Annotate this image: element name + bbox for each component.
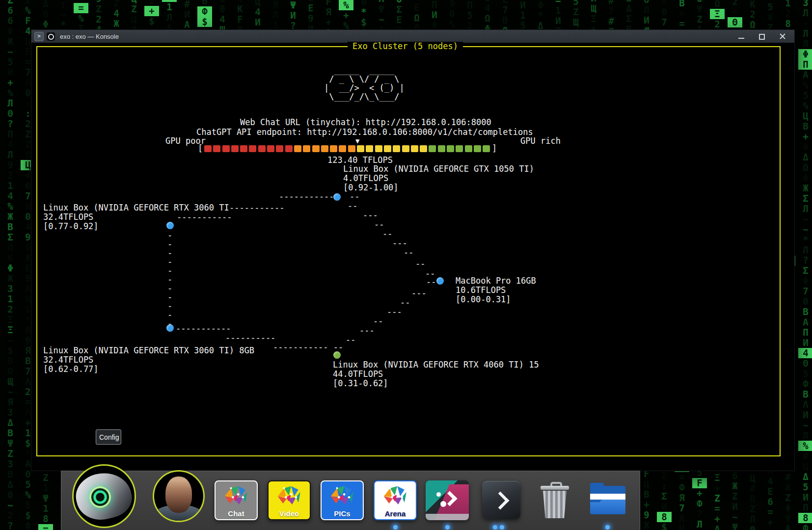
gpu-bar-segment <box>231 145 239 152</box>
gpu-bar-segment <box>456 145 463 152</box>
dock-item-trash[interactable] <box>538 481 572 520</box>
diagram-dashes: --- <box>359 326 375 335</box>
gpu-bar-segment <box>249 145 256 152</box>
dock-item-pics-app[interactable]: PICs <box>321 480 364 520</box>
node-label: Linux Box (NVIDIA GEFORCE RTX 3060 TI) 8… <box>43 346 254 355</box>
konsole-dock-icon <box>482 481 520 519</box>
gpu-bar-segment <box>321 145 328 152</box>
gpu-bar-segment <box>465 145 472 152</box>
diagram-dashes: - <box>167 257 172 266</box>
diagram-dashes: -- <box>346 335 355 344</box>
gpu-bar-segment <box>204 145 212 152</box>
running-indicator-dot <box>605 525 610 530</box>
gpu-gradient-bar <box>204 145 490 152</box>
dock-item-robot-avatar[interactable] <box>72 464 136 528</box>
total-tflops: 123.40 TFLOPS <box>327 156 393 164</box>
gpu-bar-segment <box>303 145 310 152</box>
diagram-dashes: ---------- <box>225 333 275 342</box>
arena-app-tile: Arena <box>374 480 417 520</box>
gpu-bar-segment <box>240 145 247 152</box>
node-range: [0.77-0.92] <box>43 222 99 231</box>
diagram-dashes: - <box>167 266 172 275</box>
exo-ascii-logo: _____ _____ / _ \ \/ / _ \ | __/> < (_) … <box>324 66 405 101</box>
node-tflops: 10.6TFLOPS <box>456 286 506 294</box>
gpu-bar-segment <box>375 145 382 152</box>
node-tflops: 44.0TFLOPS <box>333 370 383 378</box>
gpu-bar-segment <box>258 145 266 152</box>
brain-icon <box>219 483 254 508</box>
node-label: Linux Box (NVIDIA GEFORCE RTX 3060 TI <box>43 203 229 212</box>
gpu-bar-segment <box>276 145 283 152</box>
diagram-dashes: --- <box>392 238 407 247</box>
chat-app-label: Chat <box>216 509 257 518</box>
gpu-bar-segment <box>474 145 481 152</box>
chevron-right-icon <box>491 492 510 510</box>
dock-item-file-manager[interactable] <box>589 483 626 517</box>
diagram-dashes: -- <box>348 201 357 210</box>
diagram-dashes: - <box>167 239 172 248</box>
diagram-dashes: - <box>167 284 172 292</box>
cluster-position-marker-icon: ▼ <box>355 136 359 145</box>
node-range: [0.62-0.77] <box>43 365 99 373</box>
terminal-content[interactable]: Exo Cluster (5 nodes) _____ _____ / _ \ … <box>0 0 812 530</box>
diagram-dashes: - <box>167 231 172 239</box>
dock-item-man-avatar[interactable] <box>153 470 205 522</box>
dock-item-arena-app[interactable]: Arena <box>374 480 417 520</box>
chat-app-tile: Chat <box>215 480 258 520</box>
diagram-dashes: -- <box>404 248 413 257</box>
gpu-bar-segment <box>312 145 320 152</box>
diagram-dashes: ----------- <box>229 203 285 212</box>
node-label: MacBook Pro 16GB <box>456 276 536 285</box>
dock-item-konsole-app[interactable] <box>482 481 520 519</box>
node-range: [0.31-0.62] <box>333 379 388 388</box>
man-avatar-image <box>153 470 205 522</box>
diagram-dashes: ----------- <box>177 212 232 221</box>
node-dot <box>436 277 444 285</box>
man-face <box>165 477 192 513</box>
diagram-dashes: -- <box>382 229 392 238</box>
gpu-bar-segment <box>429 145 436 152</box>
diagram-dashes: -- <box>350 192 359 201</box>
video-app-label: Video <box>269 509 310 518</box>
running-indicator-dot <box>393 525 398 530</box>
brain-icon <box>272 483 307 508</box>
gpu-bar-segment <box>213 145 220 152</box>
diagram-dashes: --- <box>363 211 378 219</box>
running-indicator-dot <box>500 525 504 530</box>
gpu-bar-segment <box>384 145 391 152</box>
diagram-dashes: --- <box>387 307 402 316</box>
api-endpoint-line: ChatGPT API endpoint: http://192.168.0.1… <box>196 128 533 136</box>
diagram-dashes: - <box>167 248 172 257</box>
node-dot <box>166 324 174 332</box>
gpu-bar-segment <box>420 145 427 152</box>
running-indicator-dot <box>493 525 497 530</box>
node-dot <box>333 193 341 201</box>
gpu-rich-label: GPU rich <box>520 136 561 145</box>
gpu-bar-segment <box>339 145 346 152</box>
diagram-dashes: - <box>167 301 172 310</box>
gpu-bar-segment <box>438 145 445 152</box>
folder-icon <box>589 483 626 517</box>
config-button[interactable]: Config <box>96 429 121 445</box>
node-tflops: 4.0TFLOPS <box>343 174 388 183</box>
arena-app-label: Arena <box>375 509 416 518</box>
gpu-bar-segment <box>285 145 293 152</box>
diagram-dashes: -- <box>374 220 384 229</box>
running-indicator-dot <box>445 525 450 530</box>
gpu-bar-segment <box>357 145 364 152</box>
diagram-dashes: - <box>167 292 172 301</box>
gpu-bar-segment <box>411 145 418 152</box>
node-range: [0.00-0.31] <box>456 295 511 304</box>
gpu-bar-segment <box>402 145 409 152</box>
dock-item-media-app[interactable] <box>426 480 469 520</box>
diagram-dashes: ----------- <box>279 192 334 201</box>
media-app-tile <box>426 480 469 520</box>
gpu-bar-left-bracket: [ <box>198 144 203 153</box>
dock-item-video-app[interactable]: Video <box>268 480 311 520</box>
brain-icon <box>325 483 360 508</box>
gpu-bar-segment <box>348 145 355 152</box>
diagram-dashes: - <box>167 275 172 284</box>
diagram-dashes: ----------- <box>176 324 231 333</box>
dock-item-chat-app[interactable]: Chat <box>215 480 258 520</box>
gpu-bar-segment <box>267 145 274 152</box>
